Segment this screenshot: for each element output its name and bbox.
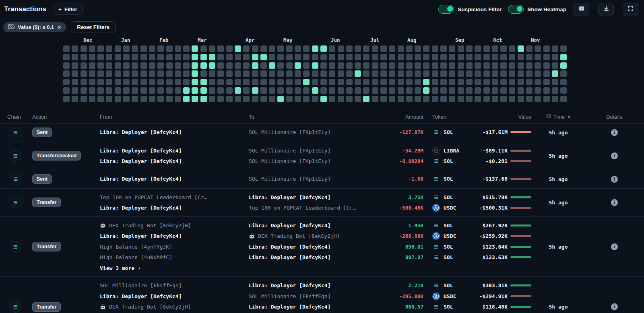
heatmap-cell[interactable]	[149, 62, 155, 69]
heatmap-cell[interactable]	[449, 96, 455, 102]
from-address[interactable]: Libra: Deployer [DefcyKc4]	[100, 148, 249, 154]
heatmap-cell[interactable]	[106, 45, 112, 52]
heatmap-cell[interactable]	[106, 62, 112, 69]
heatmap-cell[interactable]	[80, 62, 87, 69]
solana-chain-icon[interactable]	[10, 241, 21, 253]
heatmap-cell[interactable]	[72, 79, 78, 85]
from-address[interactable]: Libra: Deployer [DefcyKc4]	[100, 176, 249, 182]
details-info-icon[interactable]: i	[611, 303, 618, 310]
heatmap-cell[interactable]	[423, 45, 429, 52]
heatmap-cell[interactable]	[363, 79, 369, 85]
heatmap-cell[interactable]	[372, 62, 378, 69]
heatmap-cell[interactable]	[63, 62, 70, 69]
heatmap-cell[interactable]	[149, 79, 155, 85]
heatmap-cell[interactable]	[80, 54, 87, 60]
heatmap-cell[interactable]	[89, 45, 95, 52]
heatmap-cell[interactable]	[432, 79, 438, 85]
heatmap-cell[interactable]	[286, 70, 293, 77]
heatmap-cell[interactable]	[458, 87, 464, 94]
heatmap-cell[interactable]	[346, 79, 353, 85]
heatmap-cell[interactable]	[295, 54, 301, 60]
heatmap-cell[interactable]	[389, 54, 395, 60]
from-address[interactable]: Libra: Deployer [DefcyKc4]	[100, 293, 249, 299]
heatmap-cell[interactable]	[217, 70, 224, 77]
heatmap-cell[interactable]	[166, 96, 173, 102]
heatmap-cell[interactable]	[166, 79, 173, 85]
heatmap-cell[interactable]	[303, 45, 310, 52]
transaction-row[interactable]: SentLibra: Deployer [DefcyKc4]SOL Millio…	[0, 124, 644, 142]
heatmap-cell[interactable]	[312, 54, 318, 60]
heatmap-cell[interactable]	[303, 87, 310, 94]
details-info-icon[interactable]: i	[611, 243, 618, 250]
heatmap-cell[interactable]	[329, 45, 335, 52]
heatmap-cell[interactable]	[320, 79, 327, 85]
heatmap-cell[interactable]	[295, 96, 301, 102]
from-address[interactable]: Top 100 on POPCAT Leaderboard [Cr…	[100, 194, 249, 200]
heatmap-cell[interactable]	[440, 70, 447, 77]
heatmap-cell[interactable]	[157, 62, 164, 69]
heatmap-cell[interactable]	[526, 96, 533, 102]
heatmap-cell[interactable]	[458, 62, 464, 69]
heatmap-cell[interactable]	[97, 87, 104, 94]
details-info-icon[interactable]: i	[611, 176, 618, 183]
heatmap-cell-active[interactable]	[192, 70, 198, 77]
heatmap-cell[interactable]	[483, 54, 490, 60]
heatmap-cell[interactable]	[252, 70, 258, 77]
heatmap-cell[interactable]	[97, 45, 104, 52]
heatmap-cell[interactable]	[89, 96, 95, 102]
solana-chain-icon[interactable]	[10, 197, 21, 208]
heatmap-cell-active[interactable]	[252, 54, 258, 60]
heatmap-cell[interactable]	[106, 54, 112, 60]
heatmap-cell[interactable]	[500, 79, 507, 85]
heatmap-cell[interactable]	[260, 62, 267, 69]
token-cell[interactable]: SOL	[423, 243, 472, 251]
heatmap-cell[interactable]	[492, 87, 498, 94]
heatmap-cell[interactable]	[449, 87, 455, 94]
heatmap-cell[interactable]	[269, 45, 275, 52]
heatmap-cell[interactable]	[406, 54, 413, 60]
heatmap-cell[interactable]	[320, 54, 327, 60]
heatmap-cell[interactable]	[543, 79, 550, 85]
heatmap-cell[interactable]	[80, 79, 87, 85]
heatmap-cell[interactable]	[475, 54, 481, 60]
heatmap-cell[interactable]	[552, 54, 558, 60]
heatmap-cell[interactable]	[226, 96, 233, 102]
heatmap-cell[interactable]	[406, 87, 413, 94]
heatmap-cell-active[interactable]	[192, 87, 198, 94]
heatmap-cell[interactable]	[295, 87, 301, 94]
heatmap-cell[interactable]	[243, 54, 250, 60]
heatmap-cell[interactable]	[389, 62, 395, 69]
heatmap-cell[interactable]	[560, 70, 567, 77]
heatmap-cell[interactable]	[252, 96, 258, 102]
heatmap-cell[interactable]	[406, 79, 413, 85]
heatmap-cell[interactable]	[449, 70, 455, 77]
to-address[interactable]: Libra: Deployer [DefcyKc4]	[249, 254, 386, 260]
heatmap-cell[interactable]	[209, 70, 215, 77]
heatmap-cell[interactable]	[552, 62, 558, 69]
heatmap-cell-active[interactable]	[209, 54, 215, 60]
heatmap-cell[interactable]	[115, 45, 121, 52]
heatmap-cell-active[interactable]	[423, 79, 429, 85]
heatmap-cell[interactable]	[406, 45, 413, 52]
from-address[interactable]: High Balance [4uWuh9fC]	[100, 254, 249, 260]
heatmap-cell[interactable]	[535, 70, 541, 77]
close-icon[interactable]: ✕	[57, 25, 61, 30]
transaction-row[interactable]: TransferTop 100 on POPCAT Leaderboard [C…	[0, 189, 644, 217]
heatmap-cell[interactable]	[535, 96, 541, 102]
heatmap-cell[interactable]	[140, 70, 147, 77]
heatmap-cell[interactable]	[286, 45, 293, 52]
heatmap-cell[interactable]	[140, 96, 147, 102]
heatmap-cell[interactable]	[415, 79, 421, 85]
heatmap-cell[interactable]	[475, 62, 481, 69]
heatmap-cell[interactable]	[535, 45, 541, 52]
heatmap-cell[interactable]	[217, 62, 224, 69]
heatmap-cell-active[interactable]	[552, 70, 558, 77]
heatmap-cell[interactable]	[243, 45, 250, 52]
heatmap-cell[interactable]	[518, 87, 524, 94]
heatmap-cell[interactable]	[132, 79, 138, 85]
heatmap-cell-active[interactable]	[200, 87, 207, 94]
heatmap-cell[interactable]	[80, 45, 87, 52]
heatmap-cell[interactable]	[277, 45, 284, 52]
heatmap-cell[interactable]	[398, 70, 404, 77]
heatmap-cell[interactable]	[89, 79, 95, 85]
